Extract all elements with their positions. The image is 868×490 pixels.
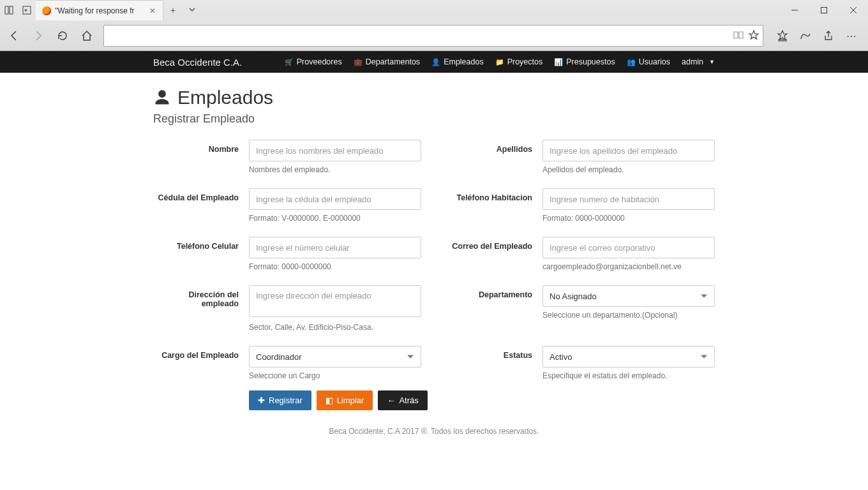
nav-admin-dropdown[interactable]: admin▼ (682, 57, 715, 66)
help-estatus: Especifique el estatus del empleado. (542, 371, 715, 380)
svg-rect-0 (5, 6, 8, 14)
chart-icon: 📊 (554, 58, 563, 66)
folder-icon: 📁 (495, 58, 504, 66)
new-tab-button[interactable]: + (163, 5, 183, 15)
forward-button[interactable] (31, 28, 46, 43)
input-apellidos[interactable] (542, 140, 715, 161)
cart-icon: 🛒 (285, 58, 294, 66)
label-nombre: Nombre (153, 140, 249, 174)
page-subtitle: Registrar Empleado (153, 112, 715, 126)
browser-chrome: "Waiting for response fr ✕ + ⋯ (0, 0, 868, 51)
briefcase-icon: 💼 (354, 58, 363, 66)
input-nombre[interactable] (249, 140, 421, 161)
label-cedula: Cédula del Empleado (153, 188, 249, 223)
page-title: Empleados (153, 87, 715, 108)
label-direccion: Dirección del empleado (153, 285, 249, 332)
browser-tab[interactable]: "Waiting for response fr ✕ (36, 0, 163, 20)
help-direccion: Sector, Calle, Av. Edificio-Piso-Casa. (249, 323, 421, 332)
input-tel-hab[interactable] (542, 188, 715, 210)
nav-empleados[interactable]: 👤Empleados (431, 57, 484, 66)
svg-rect-1 (10, 6, 13, 14)
home-button[interactable] (79, 28, 94, 43)
label-correo: Correo del Empleado (447, 237, 542, 271)
brand[interactable]: Beca Occidente C.A. (153, 57, 242, 68)
tab-bar: "Waiting for response fr ✕ + (0, 0, 868, 20)
label-tel-hab: Teléfono Habitacion (447, 188, 542, 223)
back-button[interactable] (6, 28, 22, 43)
caret-down-icon: ▼ (709, 59, 715, 65)
label-apellidos: Apellidos (447, 140, 542, 174)
address-bar[interactable] (103, 25, 763, 47)
footer-text: Beca Occidente, C.A 2017 ®. Todos los de… (153, 427, 715, 436)
minimize-button[interactable] (780, 0, 809, 20)
nav-presupuestos[interactable]: 📊Presupuestos (554, 57, 615, 66)
favorites-hub-icon[interactable] (775, 28, 790, 43)
favorite-icon[interactable] (749, 30, 759, 42)
limpiar-button[interactable]: ◧ Limpiar (317, 390, 373, 410)
reading-view-icon[interactable] (733, 30, 744, 42)
users-icon: 👥 (627, 58, 636, 66)
help-nombre: Nombres del empleado. (249, 165, 421, 174)
address-row: ⋯ (0, 20, 868, 51)
select-estatus[interactable]: Activo (542, 346, 715, 368)
notes-icon[interactable] (798, 28, 813, 43)
set-aside-icon[interactable] (18, 0, 36, 20)
select-departamento[interactable]: No Asignado (542, 285, 715, 307)
tab-favicon-icon (42, 6, 51, 15)
close-icon[interactable]: ✕ (147, 6, 158, 15)
input-correo[interactable] (542, 237, 715, 258)
person-icon: 👤 (431, 58, 440, 66)
share-icon[interactable] (821, 28, 836, 43)
svg-rect-4 (821, 8, 827, 13)
main-container: Empleados Registrar Empleado Nombre Nomb… (153, 73, 715, 455)
app-navbar: Beca Occidente C.A. 🛒Proveedores 💼Depart… (0, 51, 868, 73)
tab-title: "Waiting for response fr (55, 6, 135, 15)
url-input[interactable] (108, 31, 733, 41)
arrow-left-icon: ← (387, 396, 395, 405)
refresh-button[interactable] (55, 28, 70, 43)
tabs-dropdown-icon[interactable] (183, 5, 202, 15)
input-cedula[interactable] (249, 188, 421, 210)
registrar-button[interactable]: ✚ Registrar (249, 390, 311, 410)
plus-icon: ✚ (258, 396, 265, 405)
nav-usuarios[interactable]: 👥Usuarios (627, 57, 670, 66)
select-cargo[interactable]: Coordinador (249, 346, 421, 368)
help-cedula: Formato: V-0000000, E-0000000 (249, 214, 421, 223)
maximize-button[interactable] (809, 0, 839, 20)
input-direccion[interactable] (249, 285, 421, 317)
label-departamento: Departamento (447, 285, 542, 332)
help-tel-cel: Formato: 0000-0000000 (249, 262, 421, 271)
sidebar-toggle-icon[interactable] (0, 0, 18, 20)
close-window-button[interactable] (839, 0, 868, 20)
help-departamento: Seleccione un departamento.(Opcional) (542, 311, 715, 320)
label-cargo: Cargo del Empleado (153, 346, 249, 380)
form-actions: ✚ Registrar ◧ Limpiar ← Atrás (249, 390, 715, 410)
label-estatus: Estatus (447, 346, 542, 380)
nav-proyectos[interactable]: 📁Proyectos (495, 57, 543, 66)
help-tel-hab: Formato: 0000-0000000 (542, 214, 715, 223)
help-cargo: Seleccione un Cargo (249, 371, 421, 380)
atras-button[interactable]: ← Atrás (378, 390, 427, 410)
help-correo: cargoempleado@organizacionbell.net.ve (542, 262, 715, 271)
help-apellidos: Apellidos del empleado. (542, 165, 715, 174)
employees-icon (153, 89, 171, 107)
more-icon[interactable]: ⋯ (844, 28, 859, 43)
nav-proveedores[interactable]: 🛒Proveedores (285, 57, 342, 66)
eraser-icon: ◧ (326, 396, 333, 405)
nav-departamentos[interactable]: 💼Departamentos (354, 57, 420, 66)
label-tel-cel: Teléfono Celular (153, 237, 249, 271)
input-tel-cel[interactable] (249, 237, 421, 258)
